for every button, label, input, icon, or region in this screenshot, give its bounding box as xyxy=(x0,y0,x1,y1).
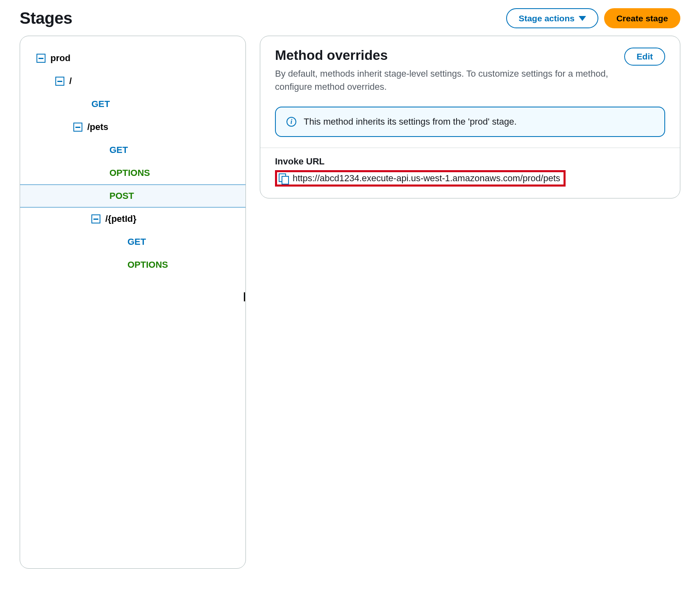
tree-label: / xyxy=(69,76,72,87)
tree-label: OPTIONS xyxy=(127,260,168,270)
tree-label: /{petId} xyxy=(105,214,136,224)
tree-method-petid-options[interactable]: OPTIONS xyxy=(20,253,245,276)
page-title: Stages xyxy=(20,9,72,27)
invoke-url-value[interactable]: https://abcd1234.execute-api.us-west-1.a… xyxy=(293,173,560,184)
edit-button[interactable]: Edit xyxy=(624,48,665,66)
stage-actions-label: Stage actions xyxy=(518,13,575,23)
stage-actions-button[interactable]: Stage actions xyxy=(506,8,598,28)
invoke-url-row: https://abcd1234.execute-api.us-west-1.a… xyxy=(275,170,566,187)
info-icon: i xyxy=(286,117,296,127)
detail-title: Method overrides xyxy=(275,48,611,63)
tree-method-petid-get[interactable]: GET xyxy=(20,230,245,253)
collapse-icon[interactable] xyxy=(55,77,64,86)
collapse-icon[interactable] xyxy=(73,123,82,132)
tree-path-petid[interactable]: /{petId} xyxy=(20,207,245,230)
panel-resize-handle[interactable] xyxy=(244,292,246,302)
collapse-icon[interactable] xyxy=(91,214,100,223)
tree-label: /pets xyxy=(87,122,108,132)
info-banner: i This method inherits its settings from… xyxy=(275,107,665,137)
tree-label: GET xyxy=(91,99,110,109)
tree-label: OPTIONS xyxy=(109,168,150,178)
tree-method-pets-post[interactable]: POST xyxy=(20,185,245,207)
caret-down-icon xyxy=(579,16,586,21)
tree-path-pets[interactable]: /pets xyxy=(20,116,245,139)
collapse-icon[interactable] xyxy=(36,54,45,63)
invoke-url-label: Invoke URL xyxy=(275,156,665,167)
copy-icon[interactable] xyxy=(279,173,289,183)
tree-path-root[interactable]: / xyxy=(20,70,245,93)
tree-method-pets-get[interactable]: GET xyxy=(20,139,245,162)
detail-description: By default, methods inherit stage-level … xyxy=(275,67,611,93)
tree-label: POST xyxy=(109,191,134,201)
method-detail-panel: Method overrides By default, methods inh… xyxy=(260,36,680,198)
resource-tree-panel: prod / GET /pets GET OPTIONS POST /{petI… xyxy=(20,36,246,569)
tree-method-pets-options[interactable]: OPTIONS xyxy=(20,162,245,185)
info-message: This method inherits its settings from t… xyxy=(304,116,517,127)
create-stage-button[interactable]: Create stage xyxy=(604,8,680,28)
tree-label: GET xyxy=(127,237,146,247)
tree-stage-prod[interactable]: prod xyxy=(20,47,245,70)
tree-label: prod xyxy=(50,53,70,64)
tree-label: GET xyxy=(109,145,128,155)
tree-method-root-get[interactable]: GET xyxy=(20,93,245,116)
